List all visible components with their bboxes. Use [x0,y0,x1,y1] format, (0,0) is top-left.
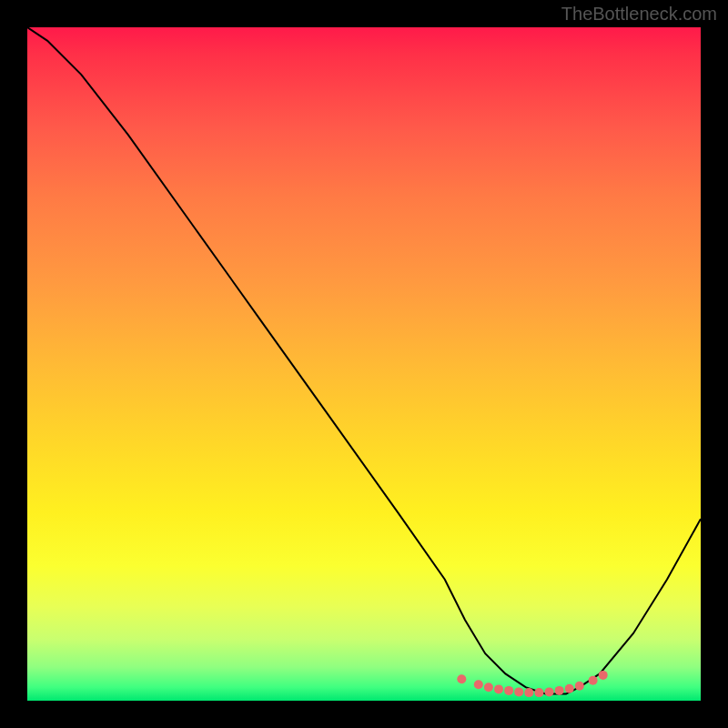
marker-point [457,674,466,683]
marker-point [575,682,584,691]
marker-point [474,680,483,689]
marker-point [504,686,513,695]
marker-point [494,684,503,693]
chart-plot-area [27,27,701,701]
marker-point [534,688,543,697]
marker-point [599,671,608,680]
marker-point [555,686,564,695]
marker-point [589,676,598,685]
marker-point [524,688,533,697]
marker-point [484,682,493,692]
watermark-text: TheBottleneck.com [561,4,717,25]
chart-svg [27,27,701,701]
marker-point [545,687,554,696]
bottleneck-curve [27,27,701,694]
marker-point [565,684,574,693]
marker-point [514,687,523,696]
